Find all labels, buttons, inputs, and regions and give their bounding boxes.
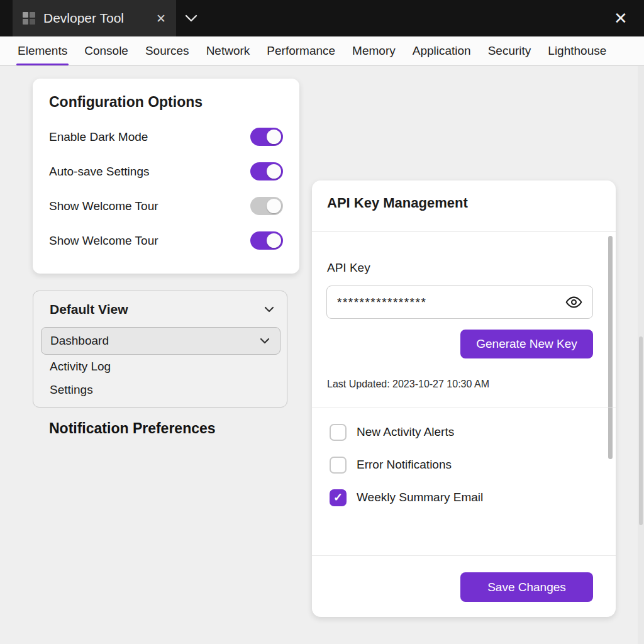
tab-lighthouse[interactable]: Lighthouse: [548, 36, 606, 65]
selected-option-label: Dashboard: [50, 334, 109, 348]
welcome-tour-toggle-off[interactable]: [250, 197, 283, 215]
checkbox-row-error-notifications: Error Notifications: [330, 454, 452, 475]
api-key-input[interactable]: [337, 296, 565, 309]
last-updated-text: Last Updated: 2023-10-27 10:30 AM: [327, 379, 489, 390]
tab-title: Devloper Tool: [43, 11, 124, 26]
default-view-title: Default View: [50, 302, 128, 317]
option-settings[interactable]: Settings: [50, 383, 93, 397]
page-scrollbar-thumb[interactable]: [639, 336, 643, 525]
generate-new-key-button[interactable]: Generate New Key: [460, 330, 593, 358]
tab-list-chevron-down-icon[interactable]: [184, 12, 199, 25]
divider: [312, 408, 616, 408]
api-key-management-card: API Key Management API Key Generate New …: [312, 180, 616, 617]
api-key-label: API Key: [327, 261, 370, 275]
checkbox-label: Weekly Summary Email: [357, 491, 483, 504]
app-grid-icon: [23, 12, 35, 25]
default-view-card: Default View Dashboard Activity Log Sett…: [33, 291, 287, 408]
save-changes-button[interactable]: Save Changes: [460, 572, 593, 602]
error-notifications-checkbox[interactable]: [330, 457, 347, 474]
new-activity-checkbox[interactable]: [330, 424, 347, 441]
select-chevron-down-icon: [258, 336, 271, 346]
toggle-row-auto-save: Auto-save Settings: [49, 154, 283, 189]
dark-mode-toggle[interactable]: [250, 128, 283, 146]
tab-performance[interactable]: Performance: [267, 36, 335, 65]
tab-elements[interactable]: Elements: [18, 36, 67, 65]
weekly-summary-checkbox[interactable]: [330, 489, 347, 506]
page-scrollbar-track[interactable]: [638, 66, 644, 644]
toggle-label: Auto-save Settings: [49, 165, 149, 179]
toggle-row-welcome-tour-1: Show Welcome Tour: [49, 189, 283, 223]
devtools-tab-bar: Elements Console Sources Network Perform…: [0, 36, 644, 66]
browser-tab[interactable]: Devloper Tool ✕: [13, 0, 176, 36]
tab-sources[interactable]: Sources: [145, 36, 189, 65]
window-close-icon[interactable]: ✕: [610, 8, 631, 29]
toggle-label: Show Welcome Tour: [49, 234, 158, 248]
tab-close-icon[interactable]: ✕: [156, 13, 166, 25]
default-view-chevron-down-icon[interactable]: [263, 304, 275, 314]
auto-save-toggle[interactable]: [250, 162, 283, 180]
api-card-title: API Key Management: [327, 195, 468, 211]
tab-application[interactable]: Application: [413, 36, 471, 65]
toggle-label: Enable Dark Mode: [49, 130, 148, 144]
checkbox-row-new-activity: New Activity Alerts: [330, 421, 454, 443]
welcome-tour-toggle-on[interactable]: [250, 231, 283, 250]
show-password-eye-icon[interactable]: [565, 294, 582, 311]
tab-memory[interactable]: Memory: [352, 36, 396, 65]
tab-network[interactable]: Network: [206, 36, 250, 65]
default-view-select[interactable]: Dashboard: [41, 327, 280, 355]
toggle-label: Show Welcome Tour: [49, 199, 158, 213]
title-bar: Devloper Tool ✕ ✕: [0, 0, 644, 36]
checkbox-row-weekly-summary: Weekly Summary Email: [330, 487, 483, 508]
divider: [312, 231, 616, 232]
devtools-window: Devloper Tool ✕ ✕ Elements Console Sourc…: [0, 0, 644, 644]
tab-console[interactable]: Console: [84, 36, 128, 65]
tab-security[interactable]: Security: [488, 36, 531, 65]
toggle-row-dark-mode: Enable Dark Mode: [49, 119, 283, 154]
card-scrollbar[interactable]: [608, 236, 613, 459]
divider: [312, 555, 616, 556]
api-key-field[interactable]: [326, 286, 593, 319]
notification-preferences-heading: Notification Preferences: [49, 420, 216, 437]
toggle-row-welcome-tour-2: Show Welcome Tour: [49, 223, 283, 258]
checkbox-label: Error Notifications: [357, 458, 452, 472]
checkbox-label: New Activity Alerts: [357, 425, 454, 439]
configuration-options-title: Configuration Options: [49, 94, 283, 111]
option-activity-log[interactable]: Activity Log: [50, 360, 111, 374]
configuration-options-card: Configuration Options Enable Dark Mode A…: [33, 79, 299, 274]
